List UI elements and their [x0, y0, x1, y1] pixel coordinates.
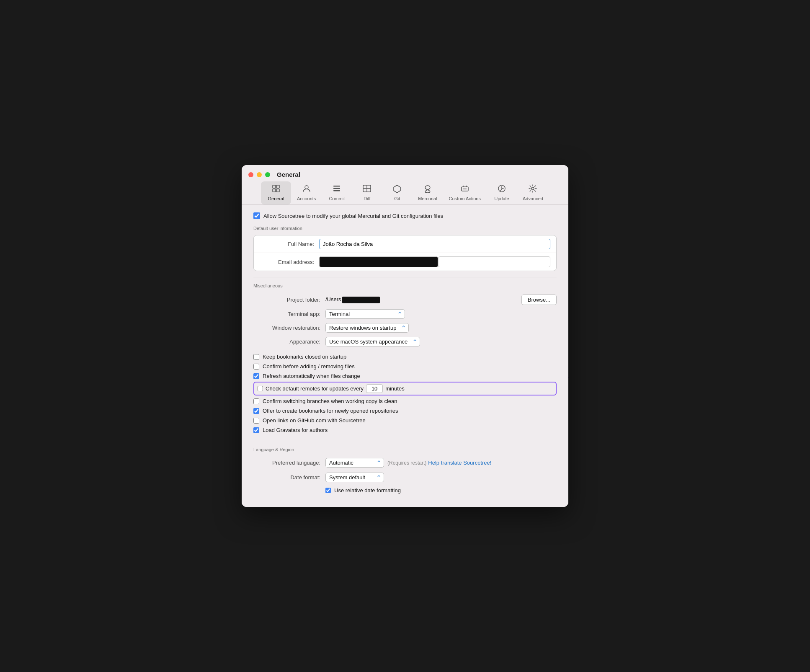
- refresh-auto-label: Refresh automatically when files change: [263, 373, 360, 379]
- git-icon: [392, 184, 402, 194]
- tab-advanced-label: Advanced: [523, 196, 543, 201]
- confirm-adding-checkbox[interactable]: [253, 364, 259, 370]
- svg-rect-0: [273, 185, 276, 188]
- browse-button[interactable]: Browse...: [521, 295, 557, 305]
- check-remotes-checkbox[interactable]: [258, 386, 263, 391]
- offer-bookmarks-label: Offer to create bookmarks for newly open…: [263, 408, 398, 414]
- keep-bookmarks-row: Keep bookmarks closed on startup: [253, 352, 557, 362]
- general-icon: [271, 184, 281, 194]
- keep-bookmarks-checkbox[interactable]: [253, 354, 259, 360]
- email-input-redacted: [319, 256, 438, 267]
- accounts-icon: [302, 184, 311, 194]
- project-folder-label: Project folder:: [253, 297, 320, 303]
- open-links-checkbox[interactable]: [253, 418, 259, 424]
- purple-arrow: [547, 332, 568, 391]
- date-format-select-wrapper: System default ⌃: [325, 473, 384, 482]
- checkboxes-section: Keep bookmarks closed on startup Confirm…: [253, 352, 557, 435]
- tab-mercurial[interactable]: Mercurial: [412, 181, 443, 204]
- commit-icon: [332, 184, 341, 194]
- confirm-switching-label: Confirm switching branches when working …: [263, 398, 397, 404]
- full-name-input[interactable]: [319, 239, 550, 249]
- mercurial-icon: [423, 184, 432, 194]
- tab-advanced[interactable]: Advanced: [517, 181, 549, 204]
- requires-restart-text: (Requires restart): [387, 460, 426, 466]
- svg-point-17: [531, 187, 534, 190]
- content-area: Allow Sourcetree to modify your global M…: [242, 205, 568, 507]
- allow-modify-label: Allow Sourcetree to modify your global M…: [263, 213, 443, 219]
- open-links-row: Open links on GitHub.com with Sourcetree: [253, 416, 557, 425]
- maximize-button[interactable]: [265, 172, 270, 177]
- tab-general[interactable]: General: [261, 181, 291, 204]
- project-folder-value-row: /Users Browse...: [325, 295, 557, 305]
- appearance-row: Appearance: Use macOS system appearance …: [253, 335, 557, 349]
- date-format-label: Date format:: [253, 474, 320, 481]
- tab-diff[interactable]: Diff: [352, 181, 382, 204]
- close-button[interactable]: [248, 172, 253, 177]
- keep-bookmarks-label: Keep bookmarks closed on startup: [263, 354, 346, 360]
- update-icon: [497, 184, 506, 194]
- project-folder-row: Project folder: /Users Browse...: [253, 292, 557, 307]
- terminal-app-select-wrapper: Terminal ⌃: [325, 309, 405, 319]
- window-title: General: [277, 171, 300, 178]
- load-gravatars-label: Load Gravatars for authors: [263, 427, 328, 433]
- folder-redacted: [342, 297, 380, 303]
- preferred-language-select-wrapper: Automatic ⌃: [325, 458, 384, 468]
- svg-rect-1: [276, 185, 279, 188]
- preferences-window: General General Accounts: [242, 165, 568, 507]
- tab-commit[interactable]: Commit: [322, 181, 352, 204]
- tab-update[interactable]: Update: [487, 181, 517, 204]
- terminal-app-row: Terminal app: Terminal ⌃: [253, 307, 557, 321]
- tab-custom-actions[interactable]: Custom Actions: [443, 181, 487, 204]
- confirm-adding-label: Confirm before adding / removing files: [263, 363, 355, 370]
- window-restoration-select[interactable]: Restore windows on startup: [325, 323, 409, 333]
- preferred-language-select[interactable]: Automatic: [325, 458, 384, 468]
- svg-rect-2: [273, 189, 276, 192]
- minimize-button[interactable]: [257, 172, 262, 177]
- refresh-auto-row: Refresh automatically when files change: [253, 371, 557, 381]
- check-remotes-label: Check default remotes for updates every: [266, 385, 364, 392]
- tab-accounts[interactable]: Accounts: [291, 181, 322, 204]
- confirm-switching-checkbox[interactable]: [253, 398, 259, 404]
- svg-rect-7: [333, 190, 340, 191]
- custom-actions-icon: [460, 184, 469, 194]
- svg-rect-3: [276, 189, 279, 192]
- tab-general-label: General: [268, 196, 284, 201]
- misc-section-header: Miscellaneous: [253, 283, 557, 288]
- language-region-form: Preferred language: Automatic ⌃ (Require…: [253, 456, 557, 495]
- full-name-label: Full Name:: [260, 241, 314, 247]
- preferred-language-row: Preferred language: Automatic ⌃ (Require…: [253, 456, 557, 469]
- tab-mercurial-label: Mercurial: [418, 196, 437, 201]
- terminal-app-select[interactable]: Terminal: [325, 309, 405, 319]
- svg-marker-11: [394, 185, 400, 193]
- date-format-row: Date format: System default ⌃: [253, 471, 557, 484]
- date-format-select[interactable]: System default: [325, 473, 384, 482]
- tab-git[interactable]: Git: [382, 181, 412, 204]
- confirm-adding-row: Confirm before adding / removing files: [253, 362, 557, 371]
- help-translate-link[interactable]: Help translate Sourcetree!: [428, 460, 491, 466]
- tab-git-label: Git: [394, 196, 400, 201]
- project-folder-prefix: /Users: [325, 296, 380, 303]
- tab-commit-label: Commit: [329, 196, 345, 201]
- titlebar: General: [242, 165, 568, 178]
- appearance-label: Appearance:: [253, 339, 320, 345]
- offer-bookmarks-checkbox[interactable]: [253, 408, 259, 414]
- appearance-select[interactable]: Use macOS system appearance: [325, 337, 420, 346]
- window-restoration-select-wrapper: Restore windows on startup ⌃: [325, 323, 409, 333]
- window-restoration-label: Window restoration:: [253, 325, 320, 331]
- tab-update-label: Update: [494, 196, 509, 201]
- relative-date-row: Use relative date formatting: [325, 486, 557, 495]
- toolbar: General Accounts Commit: [242, 178, 568, 205]
- minutes-input[interactable]: [366, 384, 383, 393]
- allow-modify-checkbox[interactable]: [253, 212, 260, 219]
- refresh-auto-checkbox[interactable]: [253, 373, 259, 379]
- tab-accounts-label: Accounts: [297, 196, 316, 201]
- svg-point-4: [305, 186, 308, 189]
- full-name-row: Full Name:: [254, 235, 556, 253]
- minutes-label: minutes: [385, 385, 405, 392]
- appearance-select-wrapper: Use macOS system appearance ⌃: [325, 337, 420, 346]
- load-gravatars-checkbox[interactable]: [253, 427, 259, 433]
- email-label: Email address:: [260, 259, 314, 265]
- terminal-app-label: Terminal app:: [253, 311, 320, 317]
- tab-diff-label: Diff: [364, 196, 370, 201]
- relative-date-checkbox[interactable]: [325, 488, 331, 493]
